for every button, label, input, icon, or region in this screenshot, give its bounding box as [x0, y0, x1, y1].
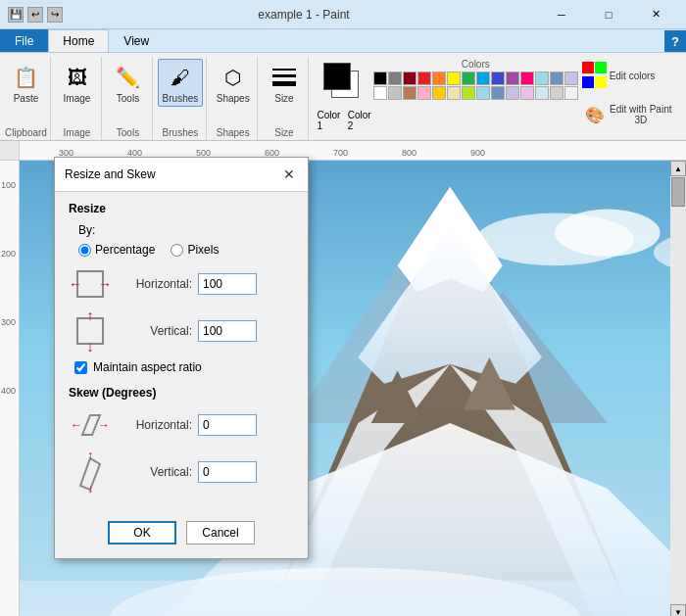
resize-horizontal-row: ← → Horizontal: [69, 266, 294, 302]
dialog-overlay: Resize and Skew ✕ Resize By: Percentage … [0, 0, 686, 616]
resize-h-arrow-left: ← [69, 276, 82, 292]
horizontal-input[interactable] [198, 273, 257, 295]
skew-vertical-label: Vertical: [114, 465, 192, 479]
skew-v-icon-container: ↑ ↓ [73, 450, 108, 494]
aspect-ratio-checkbox[interactable] [74, 361, 87, 374]
ok-button[interactable]: OK [108, 521, 176, 545]
skew-horizontal-row: ← → Horizontal: [69, 407, 294, 443]
skew-horizontal-input[interactable] [198, 414, 257, 436]
horizontal-label: Horizontal: [114, 277, 192, 291]
aspect-ratio-label: Maintain aspect ratio [93, 360, 202, 374]
percentage-radio-item[interactable]: Percentage [78, 243, 155, 257]
resize-section-title: Resize [69, 202, 294, 215]
resize-h-icon-container: ← → [73, 266, 108, 302]
skew-vertical-input[interactable] [198, 461, 257, 483]
skew-vertical-row: ↑ ↓ Vertical: [69, 450, 294, 494]
resize-vertical-row: ↑ ↓ Vertical: [69, 309, 294, 353]
skew-v-arrow-up: ↑ [87, 449, 93, 462]
pixels-radio[interactable] [171, 244, 183, 257]
percentage-label: Percentage [95, 243, 155, 257]
vertical-label: Vertical: [114, 324, 192, 338]
resize-v-icon-container: ↑ ↓ [73, 309, 108, 353]
skew-h-arrow-right: → [98, 418, 110, 432]
dialog-buttons: OK Cancel [55, 511, 308, 558]
resize-skew-dialog: Resize and Skew ✕ Resize By: Percentage … [54, 157, 309, 559]
aspect-ratio-row: Maintain aspect ratio [74, 360, 294, 374]
dialog-close-button[interactable]: ✕ [280, 166, 298, 183]
skew-section-title: Skew (Degrees) [69, 386, 294, 400]
skew-horizontal-label: Horizontal: [114, 418, 192, 432]
skew-v-arrow-down: ↓ [87, 482, 93, 496]
skew-h-arrow-left: ← [71, 418, 82, 432]
resize-v-arrow-down: ↓ [87, 339, 94, 355]
skew-h-icon-container: ← → [73, 407, 108, 443]
dialog-title-bar: Resize and Skew ✕ [55, 158, 308, 192]
percentage-radio[interactable] [78, 244, 91, 257]
resize-h-arrow-right: → [98, 276, 112, 292]
by-label: By: [78, 223, 294, 237]
dialog-title-label: Resize and Skew [65, 167, 156, 181]
dialog-body: Resize By: Percentage Pixels ← [55, 192, 308, 511]
radio-row: Percentage Pixels [78, 243, 294, 257]
vertical-input[interactable] [198, 320, 257, 342]
cancel-button[interactable]: Cancel [186, 521, 255, 545]
pixels-label: Pixels [187, 243, 219, 257]
resize-v-arrow-up: ↑ [87, 308, 94, 323]
pixels-radio-item[interactable]: Pixels [171, 243, 219, 257]
